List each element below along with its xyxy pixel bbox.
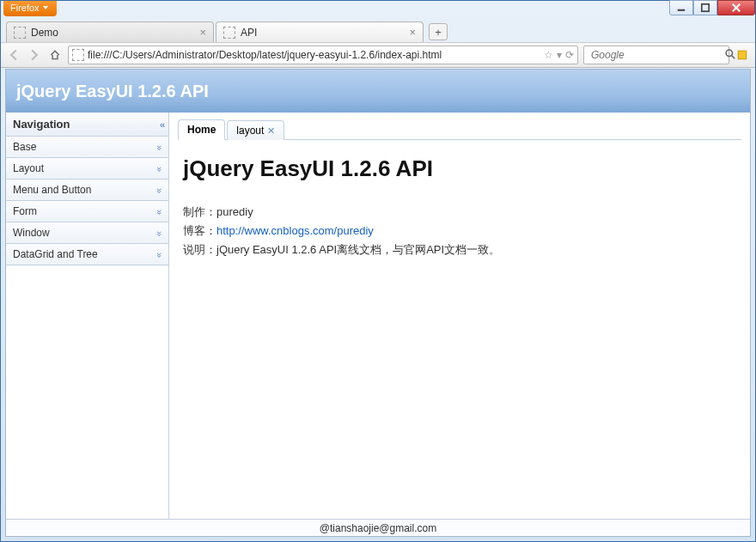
bookmark-star-icon[interactable]: ☆ [544, 49, 553, 61]
chevron-down-icon: » [155, 167, 165, 170]
back-button[interactable] [6, 47, 21, 63]
chevron-down-icon: » [155, 253, 165, 256]
blog-link[interactable]: http://www.cnblogs.com/purediy [216, 224, 374, 237]
forward-button[interactable] [27, 47, 42, 63]
collapse-left-icon[interactable]: « [160, 119, 162, 130]
chevron-down-icon: » [155, 188, 165, 192]
browser-tab[interactable]: API × [216, 21, 424, 42]
content-heading: jQuery EasyUI 1.2.6 API [183, 155, 736, 182]
sidebar-item-datagrid-tree[interactable]: DataGrid and Tree » [6, 244, 168, 265]
navigation-sidebar: Navigation « Base » Layout » Menu and Bu… [6, 113, 169, 519]
browser-tab-title: API [241, 27, 404, 39]
chevron-down-icon: » [155, 145, 165, 149]
sidebar-item-label: Base [13, 141, 36, 153]
svg-rect-1 [702, 4, 709, 11]
navigation-toolbar: ☆ ▾ ⟳ [1, 42, 755, 68]
dropdown-icon[interactable]: ▾ [557, 49, 562, 61]
reload-icon[interactable]: ⟳ [565, 49, 574, 61]
window-maximize-button[interactable] [693, 0, 717, 15]
sidebar-item-form[interactable]: Form » [6, 201, 168, 222]
sidebar-item-base[interactable]: Base » [6, 137, 168, 158]
content-line-blog: 博客：http://www.cnblogs.com/purediy [183, 222, 736, 241]
url-input[interactable] [88, 49, 540, 61]
sidebar-item-menu-button[interactable]: Menu and Button » [6, 180, 168, 201]
favicon-placeholder-icon [72, 49, 84, 61]
sidebar-header: Navigation « [6, 113, 168, 137]
chevron-down-icon: » [155, 210, 165, 213]
content-tab-strip: Home layout ✕ [178, 118, 741, 140]
footer-text: @tianshaojie@gmail.com [320, 522, 436, 534]
address-bar[interactable]: ☆ ▾ ⟳ [68, 46, 578, 64]
browser-tab-strip: Demo × API × + [1, 18, 755, 42]
window-minimize-button[interactable] [669, 0, 693, 15]
firefox-menu-button[interactable]: Firefox [3, 1, 57, 16]
window-close-button[interactable] [717, 0, 755, 15]
sidebar-item-window[interactable]: Window » [6, 222, 168, 244]
tab-close-icon[interactable]: × [199, 26, 206, 39]
tab-close-icon[interactable]: ✕ [267, 125, 275, 137]
sidebar-item-label: Form [13, 205, 37, 217]
favicon-placeholder-icon [223, 27, 235, 39]
page-title: jQuery EasyUI 1.2.6 API [16, 82, 209, 101]
content-line-desc: 说明：jQuery EasyUI 1.2.6 API离线文档，与官网API文档一… [183, 241, 736, 259]
tab-home[interactable]: Home [178, 119, 225, 140]
search-input[interactable] [591, 49, 721, 61]
sidebar-title-label: Navigation [13, 118, 70, 131]
sidebar-item-label: Layout [13, 162, 44, 174]
search-bar[interactable] [583, 46, 729, 64]
tab-label: Home [187, 124, 216, 136]
sidebar-item-label: DataGrid and Tree [13, 248, 98, 260]
page-header: jQuery EasyUI 1.2.6 API [6, 70, 750, 113]
page-footer: @tianshaojie@gmail.com [6, 519, 750, 536]
sidebar-item-label: Menu and Button [13, 184, 91, 196]
svg-point-8 [726, 50, 732, 56]
new-tab-button[interactable]: + [429, 23, 448, 40]
addon-button[interactable] [735, 47, 750, 63]
sidebar-item-label: Window [13, 227, 50, 239]
home-button[interactable] [47, 47, 63, 63]
favicon-placeholder-icon [14, 27, 26, 39]
tab-close-icon[interactable]: × [409, 26, 416, 39]
firefox-menu-label: Firefox [10, 3, 40, 13]
svg-rect-10 [738, 51, 746, 58]
tab-layout[interactable]: layout ✕ [227, 120, 284, 140]
content-line-author: 制作：purediy [183, 203, 736, 222]
chevron-down-icon: » [155, 231, 165, 234]
sidebar-item-layout[interactable]: Layout » [6, 158, 168, 180]
content-area: Home layout ✕ jQuery EasyUI 1.2.6 API 制作… [169, 113, 750, 519]
tab-label: layout [236, 125, 264, 137]
browser-tab[interactable]: Demo × [6, 21, 214, 42]
browser-tab-title: Demo [31, 27, 194, 39]
